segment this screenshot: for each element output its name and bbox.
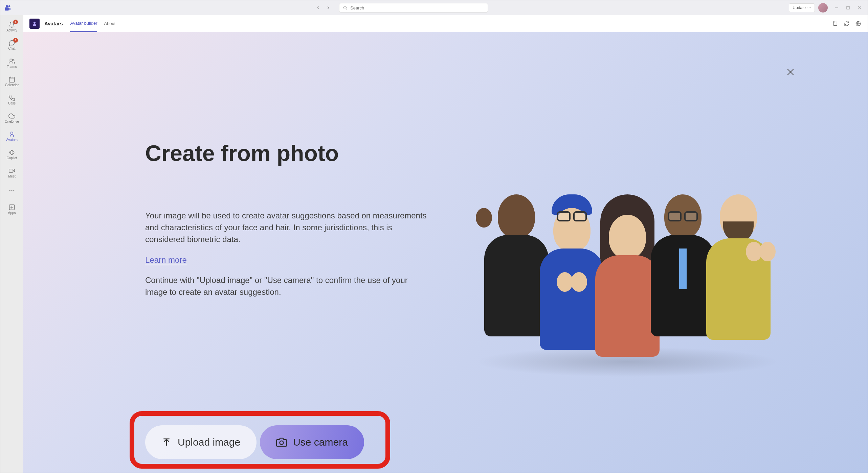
rail-label: OneDrive — [5, 120, 19, 123]
rail-item-meet[interactable]: Meet — [0, 163, 23, 182]
rail-label: Copilot — [6, 156, 17, 160]
svg-point-26 — [13, 190, 14, 191]
chat-badge: 1 — [13, 38, 18, 43]
nav-forward-button[interactable] — [324, 3, 333, 13]
left-rail: 4 Activity 1 Chat Teams — [0, 15, 23, 473]
avatars-illustration — [451, 174, 803, 357]
upload-icon — [161, 437, 172, 447]
svg-point-30 — [34, 22, 36, 24]
popout-icon[interactable] — [832, 20, 839, 27]
globe-icon[interactable] — [855, 20, 862, 27]
avatars-app-icon — [29, 19, 40, 29]
use-camera-button[interactable]: Use camera — [260, 425, 364, 459]
page-title: Create from photo — [145, 140, 433, 166]
bell-icon: 4 — [8, 21, 15, 28]
rail-label: Teams — [7, 65, 17, 69]
rail-label: Meet — [8, 174, 16, 178]
window-close-button[interactable] — [854, 3, 865, 13]
svg-rect-15 — [9, 77, 15, 82]
people-icon — [8, 57, 15, 65]
tab-avatar-builder[interactable]: Avatar builder — [70, 15, 97, 32]
rail-item-teams[interactable]: Teams — [0, 54, 23, 72]
rail-label: Activity — [6, 28, 17, 32]
camera-label: Use camera — [293, 436, 348, 448]
svg-rect-2 — [5, 7, 9, 10]
more-icon — [8, 187, 15, 194]
chat-icon: 1 — [8, 39, 15, 47]
apps-icon — [8, 204, 15, 211]
phone-icon — [8, 94, 15, 101]
window-maximize-button[interactable] — [843, 3, 853, 13]
user-avatar[interactable] — [818, 3, 828, 13]
rail-label: Avatars — [6, 138, 18, 142]
learn-more-link[interactable]: Learn more — [145, 255, 187, 265]
avatar-sample-5 — [705, 194, 772, 357]
avatar-icon — [8, 131, 15, 138]
svg-point-13 — [10, 59, 12, 61]
refresh-icon[interactable] — [843, 20, 850, 27]
rail-item-more[interactable] — [0, 182, 23, 200]
svg-rect-10 — [847, 6, 849, 9]
rail-item-chat[interactable]: 1 Chat — [0, 36, 23, 54]
rail-item-onedrive[interactable]: OneDrive — [0, 109, 23, 127]
update-button[interactable]: Update — [789, 3, 815, 12]
biometric-disclaimer: Your image will be used to create avatar… — [145, 210, 433, 245]
svg-point-39 — [280, 441, 284, 445]
tab-about[interactable]: About — [104, 15, 115, 32]
nav-back-button[interactable] — [313, 3, 323, 13]
calendar-icon — [8, 76, 15, 83]
rail-label: Calendar — [5, 83, 19, 87]
video-icon — [8, 167, 15, 174]
update-label: Update — [793, 5, 806, 10]
camera-icon — [276, 437, 287, 448]
search-input[interactable] — [350, 5, 484, 10]
close-button[interactable] — [784, 66, 797, 78]
main-canvas: Create from photo Your image will be use… — [23, 32, 868, 473]
svg-point-24 — [9, 190, 10, 191]
svg-point-25 — [12, 190, 13, 191]
rail-item-avatars[interactable]: Avatars — [0, 127, 23, 145]
svg-point-14 — [13, 59, 14, 61]
svg-point-0 — [8, 5, 10, 7]
rail-item-copilot[interactable]: Copilot — [0, 145, 23, 163]
svg-point-8 — [810, 7, 811, 8]
svg-point-4 — [343, 6, 346, 9]
svg-line-5 — [346, 9, 347, 10]
svg-point-20 — [9, 151, 14, 154]
titlebar: Update — [0, 0, 868, 15]
svg-point-7 — [809, 7, 809, 8]
action-row: Upload image Use camera — [145, 425, 364, 459]
cloud-icon — [8, 112, 15, 120]
rail-item-activity[interactable]: 4 Activity — [0, 17, 23, 36]
rail-item-calendar[interactable]: Calendar — [0, 72, 23, 90]
search-input-container[interactable] — [339, 3, 488, 13]
app-header: Avatars Avatar builder About — [23, 15, 868, 32]
svg-point-6 — [808, 7, 808, 8]
copilot-icon — [8, 149, 15, 156]
svg-rect-22 — [9, 169, 13, 172]
window-minimize-button[interactable] — [831, 3, 842, 13]
confirm-text: Continue with "Upload image" or "Use cam… — [145, 275, 423, 298]
more-dots-icon — [807, 6, 811, 10]
search-icon — [343, 5, 348, 10]
app-title: Avatars — [44, 21, 63, 26]
teams-logo-icon — [3, 3, 13, 13]
svg-rect-3 — [8, 8, 10, 10]
svg-point-1 — [6, 5, 8, 7]
rail-label: Apps — [8, 211, 16, 215]
rail-item-apps[interactable]: Apps — [0, 200, 23, 218]
upload-image-button[interactable]: Upload image — [145, 425, 257, 459]
rail-item-calls[interactable]: Calls — [0, 90, 23, 109]
activity-badge: 4 — [13, 20, 18, 24]
rail-label: Chat — [8, 47, 15, 50]
svg-point-19 — [11, 132, 13, 134]
upload-label: Upload image — [178, 436, 240, 448]
rail-label: Calls — [8, 101, 16, 105]
